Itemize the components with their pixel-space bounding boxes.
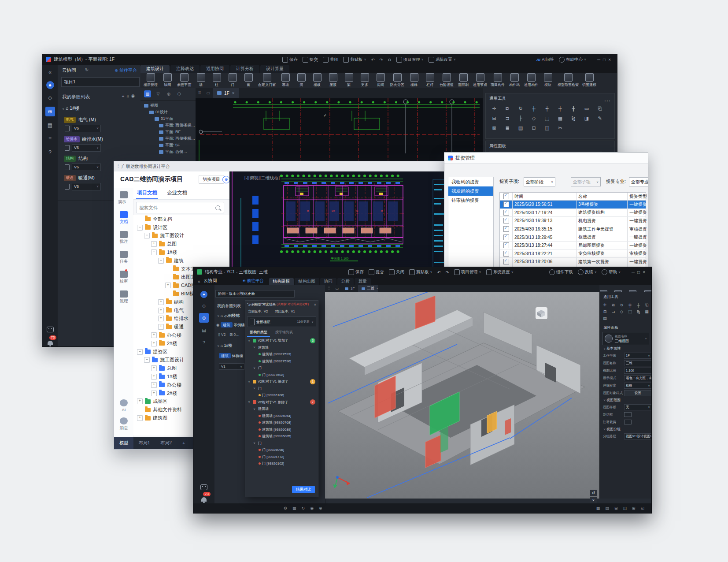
rail-item[interactable]: 文档 [114, 211, 133, 225]
ribbon-button[interactable]: 洞 [294, 73, 309, 87]
ribbon-button[interactable]: 识图建模 [581, 73, 598, 87]
path-tool-icon[interactable]: ◇ [619, 309, 624, 314]
grid-array-tool-icon[interactable]: ▦ [557, 115, 564, 122]
add-icon[interactable]: + [645, 337, 647, 341]
table-row[interactable]: 2025/3/13 18:20:06 建筑第一次提资 一键提资 [500, 258, 646, 266]
trim-tool-icon[interactable]: ╪ [628, 303, 632, 308]
section-range[interactable]: ∨ 视图范围 [600, 397, 652, 403]
view-tree-item[interactable]: 平面: 西侧楼梯… [140, 135, 196, 142]
ribbon-tab[interactable]: 注释表达 [170, 65, 200, 73]
nav-item[interactable]: 我发起的提资 [448, 186, 493, 196]
ruler-tool-icon[interactable]: ▤ [517, 124, 524, 131]
redo-button[interactable]: ↷ [380, 57, 383, 62]
close-button[interactable]: × [608, 57, 613, 62]
property-row[interactable]: 视图对象样式 设置 [600, 389, 652, 397]
expander-icon[interactable]: − [144, 233, 150, 238]
snap-corner-icon[interactable]: ◱ [640, 506, 644, 510]
compare-tree-item[interactable]: ∨ 建筑墙 [245, 406, 318, 413]
chevron-down-icon[interactable]: ∨ [248, 339, 251, 342]
section-basic[interactable]: ∨ 基本属性 [600, 345, 652, 352]
project-manage-button[interactable]: 项目管理∨ [396, 57, 424, 63]
table-row[interactable]: 2025/4/30 17:19:24 建筑提资结构 一键提资 [500, 209, 646, 217]
table-row[interactable]: 2025/3/13 18:22:21 专负审核提资 审核提资 [500, 250, 646, 258]
chevron-down-icon[interactable]: ∨ [253, 346, 257, 349]
locate-icon[interactable]: ◎ [165, 90, 172, 97]
ribbon-button[interactable]: 台阶坡道 [438, 73, 455, 87]
offset-tool-icon[interactable]: ⎗ [644, 303, 649, 308]
view-tree-item[interactable]: 01平面 [140, 115, 196, 122]
collapse-sidebar-icon[interactable]: « [198, 279, 200, 284]
property-value[interactable]: 三维 [624, 360, 652, 366]
layout-columns-icon[interactable]: ▥ [144, 90, 151, 97]
version-select[interactable]: V6∨ [72, 125, 101, 132]
ribbon-button[interactable]: 柱 [209, 73, 224, 87]
project-manage-button[interactable]: 项目管理∨ [454, 269, 481, 275]
floor-filter-bar[interactable]: 全部楼层 11处更新 ∨ [247, 316, 316, 327]
ribbon-button[interactable]: 梁 [341, 73, 356, 87]
link-references-icon[interactable]: ⊕ [45, 107, 55, 116]
view-tree-item[interactable]: 平面: 西侧… [140, 149, 196, 155]
ribbon-tab[interactable]: 算量 [355, 278, 371, 285]
snap-grid-icon[interactable]: ▦ [596, 506, 600, 510]
doc-tab[interactable]: 企业文档 [166, 188, 188, 199]
row-checkbox[interactable] [503, 201, 509, 207]
snap-list-icon[interactable]: ▤ [605, 506, 609, 510]
property-row[interactable]: 详细程度 粗略 [600, 382, 652, 389]
match-tool-icon[interactable]: ⊡ [530, 124, 537, 131]
view-tab-1f[interactable]: 1F × [213, 88, 239, 98]
compare-tree-item[interactable]: ∨ 建筑墙 [245, 344, 318, 351]
expander-icon[interactable]: + [137, 398, 143, 404]
goto-platform-link[interactable]: ⊕ 前往平台 [243, 278, 264, 284]
rail-item[interactable]: 任务 [114, 251, 133, 264]
compare-tree-item[interactable]: ∨ 门 [245, 385, 318, 392]
row-checkbox[interactable] [503, 251, 509, 257]
property-value[interactable] [624, 420, 632, 424]
row-checkbox[interactable] [503, 259, 509, 264]
new-view-icon[interactable]: ▭ [207, 91, 211, 95]
model-cube-icon[interactable]: ◇ [45, 93, 55, 103]
rail-item[interactable]: 校审 [114, 271, 133, 284]
nav-item[interactable]: 我收到的提资 [448, 177, 493, 186]
group-ref[interactable]: 建筑 体验楼 [219, 354, 243, 359]
rail-item[interactable]: 演示... [114, 191, 133, 205]
join-tool-icon[interactable]: ⊐ [611, 309, 616, 314]
expander-icon[interactable]: + [158, 308, 164, 313]
grid-handle-icon[interactable]: ⠿ [198, 91, 201, 95]
user-avatar[interactable]: ● [46, 81, 54, 89]
rail-bottom-item[interactable]: 消息 [114, 417, 133, 431]
extend-tool-icon[interactable]: ┼ [636, 303, 641, 308]
property-row[interactable]: 视图比例 1:100 [600, 367, 652, 374]
search-icon[interactable] [215, 205, 220, 210]
expander-icon[interactable]: − [137, 225, 143, 231]
hexagon-icon[interactable]: ⬡ [176, 90, 183, 97]
compare-tree-item[interactable]: 建筑墙 [93927596] [245, 358, 318, 365]
ribbon-button[interactable]: 自定义门窗 [257, 73, 277, 87]
property-value[interactable]: 无 [624, 404, 652, 410]
view-tree-item[interactable]: 01设计 [140, 109, 196, 115]
extend-tool-icon[interactable]: ┼ [557, 105, 564, 112]
paint-tool-icon[interactable]: ◫ [543, 124, 551, 131]
ribbon-button[interactable]: 参照平面 [176, 73, 192, 87]
expander-icon[interactable]: + [151, 391, 157, 396]
property-row[interactable]: 工作平面 1F [600, 352, 652, 359]
compare-tree-item[interactable]: ∨ V2相对于V1 删除了 7 [245, 399, 318, 406]
ribbon-button[interactable]: 屋顶 [325, 73, 340, 87]
ribbon-button[interactable]: 通用节点 [472, 73, 488, 87]
trim-tool-icon[interactable]: ╪ [530, 105, 537, 112]
chevron-down-icon[interactable]: ∨ [253, 366, 257, 370]
snap-plus-icon[interactable]: ⊞ [632, 506, 636, 510]
assistant-robot-icon[interactable] [199, 482, 209, 492]
folder-icon[interactable]: ▤ [45, 120, 55, 130]
expander-icon[interactable]: + [151, 241, 157, 247]
section-group[interactable]: ∨ 视图分组 [600, 426, 652, 432]
ribbon-button[interactable]: 防火分区 [389, 73, 406, 87]
new-view-icon[interactable]: ▭ [336, 287, 339, 290]
table-row[interactable]: 2025/4/30 16:35:15 建筑工作单元提资 审核提资 [500, 225, 646, 234]
ribbon-tab[interactable]: 建筑设计 [140, 65, 170, 73]
expander-icon[interactable]: + [151, 365, 157, 371]
grid-tool-icon[interactable]: ▦ [644, 309, 649, 314]
file-tree-item[interactable]: − 建筑 [133, 257, 229, 265]
door-tool-icon[interactable]: ◨ [583, 115, 590, 122]
ruler-tool-icon[interactable]: ▤ [602, 316, 607, 321]
version-select[interactable]: V6∨ [72, 164, 101, 171]
